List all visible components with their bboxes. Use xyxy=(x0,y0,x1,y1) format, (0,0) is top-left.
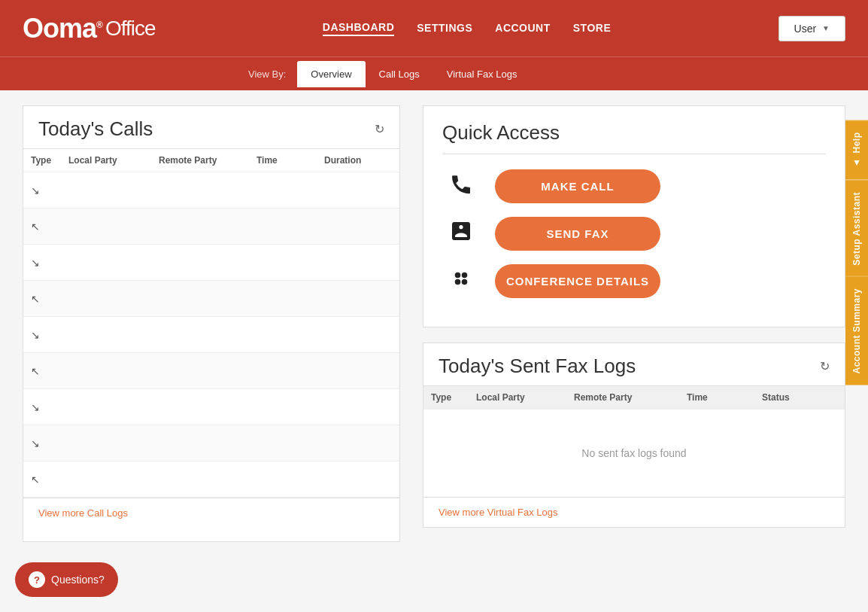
fax-panel: Today's Sent Fax Logs ↻ Type Local Party… xyxy=(423,343,845,528)
incoming-call-arrow: ↖ xyxy=(31,293,68,305)
table-row: ↖ xyxy=(23,209,399,245)
view-more-call-logs-link[interactable]: View more Call Logs xyxy=(23,498,399,528)
calls-panel-header: Today's Calls ↻ xyxy=(23,106,399,149)
quick-access-make-call-row: MAKE CALL xyxy=(442,169,826,203)
table-row: ↘ xyxy=(23,317,399,353)
questions-label: Questions? xyxy=(51,574,105,586)
incoming-call-arrow: ↖ xyxy=(31,365,68,377)
user-dropdown-label: User xyxy=(794,23,817,35)
col-type: Type xyxy=(31,155,68,166)
table-row: ↘ xyxy=(23,425,399,461)
outgoing-call-arrow: ↘ xyxy=(31,257,68,269)
user-dropdown-button[interactable]: User ▼ xyxy=(778,16,845,41)
quick-access-title: Quick Access xyxy=(442,121,826,154)
make-call-button[interactable]: MAKE CALL xyxy=(495,169,660,203)
fax-panel-header: Today's Sent Fax Logs ↻ xyxy=(423,343,845,386)
col-duration: Duration xyxy=(324,155,392,166)
incoming-call-arrow: ↖ xyxy=(31,473,68,486)
fax-col-type: Type xyxy=(431,392,476,403)
setup-assistant-tab[interactable]: Setup Assistant xyxy=(845,180,868,277)
tab-call-logs[interactable]: Call Logs xyxy=(366,61,433,87)
calls-panel: Today's Calls ↻ Type Local Party Remote … xyxy=(23,105,400,542)
fax-icon xyxy=(442,219,480,248)
table-row: ↘ xyxy=(23,389,399,425)
refresh-icon[interactable]: ↻ xyxy=(375,122,384,136)
col-time: Time xyxy=(256,155,324,166)
logo-office-text: Office xyxy=(105,17,156,41)
tab-virtual-fax-logs[interactable]: Virtual Fax Logs xyxy=(433,61,531,87)
conference-icon xyxy=(442,265,480,297)
logo-ooma-text: Ooma® xyxy=(23,13,102,44)
main-nav: DASHBOARD SETTINGS ACCOUNT STORE xyxy=(323,21,612,36)
phone-icon xyxy=(442,172,480,201)
fax-table-header: Type Local Party Remote Party Time Statu… xyxy=(423,386,845,410)
table-row: ↖ xyxy=(23,353,399,389)
nav-dashboard[interactable]: DASHBOARD xyxy=(323,21,395,36)
questions-icon: ? xyxy=(29,571,45,588)
calls-table-header: Type Local Party Remote Party Time Durat… xyxy=(23,149,399,172)
nav-store[interactable]: STORE xyxy=(573,22,611,35)
table-row: ↘ xyxy=(23,172,399,209)
chevron-down-icon: ▼ xyxy=(822,24,830,32)
quick-access-panel: Quick Access MAKE CALL SEND FAX xyxy=(423,105,845,327)
quick-access-conference-row: CONFERENCE DETAILS xyxy=(442,264,826,298)
conference-details-button[interactable]: CONFERENCE DETAILS xyxy=(495,264,660,298)
view-by-label: View By: xyxy=(248,69,286,80)
nav-settings[interactable]: SETTINGS xyxy=(417,22,472,35)
svg-point-1 xyxy=(462,273,468,279)
quick-access-send-fax-row: SEND FAX xyxy=(442,217,826,251)
outgoing-call-arrow: ↘ xyxy=(31,437,68,449)
questions-button[interactable]: ? Questions? xyxy=(15,562,118,597)
table-row: ↖ xyxy=(23,461,399,498)
send-fax-button[interactable]: SEND FAX xyxy=(495,217,660,251)
calls-panel-title: Today's Calls xyxy=(38,117,153,141)
fax-col-status: Status xyxy=(762,392,837,403)
logo: Ooma® Office xyxy=(23,13,156,44)
fax-panel-title: Today's Sent Fax Logs xyxy=(439,355,636,378)
col-remote-party: Remote Party xyxy=(159,155,256,166)
outgoing-call-arrow: ↘ xyxy=(31,329,68,341)
fax-col-remote-party: Remote Party xyxy=(574,392,687,403)
right-column: Quick Access MAKE CALL SEND FAX xyxy=(423,105,845,542)
svg-point-0 xyxy=(455,273,461,279)
incoming-call-arrow: ↖ xyxy=(31,221,68,233)
col-local-party: Local Party xyxy=(68,155,159,166)
outgoing-call-arrow: ↘ xyxy=(31,401,68,413)
main-content: Today's Calls ↻ Type Local Party Remote … xyxy=(0,90,868,557)
side-tabs: ▲ Help Setup Assistant Account Summary xyxy=(845,120,868,385)
fax-col-local-party: Local Party xyxy=(476,392,574,403)
svg-point-3 xyxy=(462,279,468,285)
fax-refresh-icon[interactable]: ↻ xyxy=(820,359,830,373)
setup-assistant-tab-label: Setup Assistant xyxy=(851,192,862,266)
view-more-fax-logs-link[interactable]: View more Virtual Fax Logs xyxy=(423,497,845,527)
account-summary-tab-label: Account Summary xyxy=(851,288,862,374)
table-row: ↖ xyxy=(23,281,399,317)
header: Ooma® Office DASHBOARD SETTINGS ACCOUNT … xyxy=(0,0,868,56)
account-summary-tab[interactable]: Account Summary xyxy=(845,276,868,385)
fax-col-time: Time xyxy=(687,392,762,403)
subnav: View By: Overview Call Logs Virtual Fax … xyxy=(0,56,868,90)
help-tab[interactable]: ▲ Help xyxy=(845,120,868,180)
help-tab-label: Help xyxy=(851,132,862,154)
nav-account[interactable]: ACCOUNT xyxy=(495,22,551,35)
svg-point-2 xyxy=(455,279,461,285)
table-row: ↘ xyxy=(23,245,399,281)
no-fax-logs-message: No sent fax logs found xyxy=(423,410,845,497)
chevron-up-icon: ▲ xyxy=(851,157,862,169)
outgoing-call-arrow: ↘ xyxy=(31,184,68,196)
tab-overview[interactable]: Overview xyxy=(297,61,365,87)
